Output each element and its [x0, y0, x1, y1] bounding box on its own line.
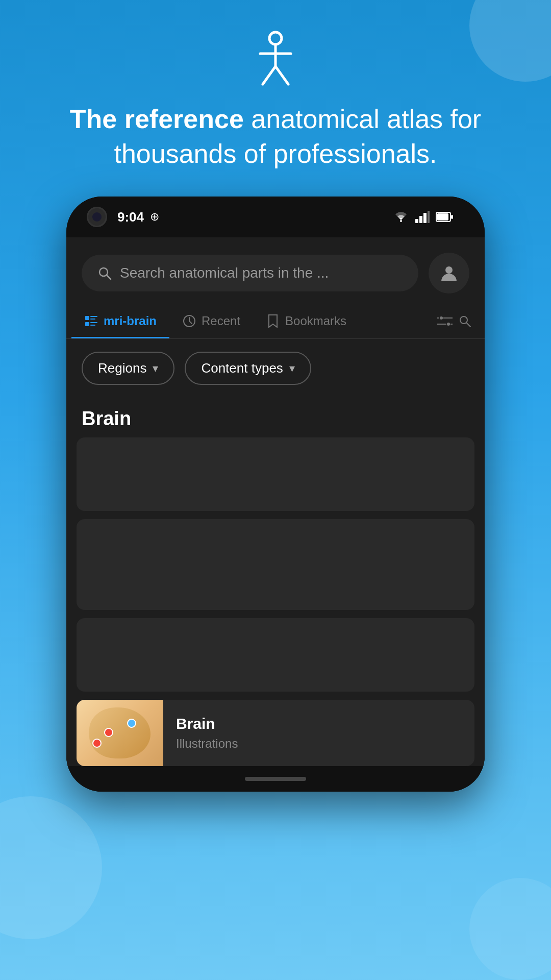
svg-point-0	[269, 32, 282, 44]
content-types-chevron-icon: ▾	[289, 362, 295, 375]
brain-illustration-info: Brain Illustrations	[163, 705, 474, 761]
search-bar[interactable]: Search anatomical parts in the ...	[82, 255, 418, 291]
wifi-icon	[393, 211, 409, 223]
svg-line-33	[466, 323, 470, 327]
svg-rect-18	[90, 318, 95, 320]
svg-point-5	[400, 220, 402, 222]
svg-point-15	[445, 266, 453, 274]
svg-rect-20	[90, 322, 97, 323]
svg-rect-6	[415, 219, 418, 223]
list-item[interactable]: MRI brain MRI	[77, 437, 474, 511]
regions-chevron-icon: ▾	[153, 362, 158, 375]
content-types-filter-button[interactable]: Content types ▾	[185, 352, 311, 385]
content-types-label: Content types	[201, 360, 283, 376]
search-section: Search anatomical parts in the ...	[66, 237, 485, 304]
svg-rect-11	[437, 213, 448, 220]
regions-label: Regions	[98, 360, 146, 376]
tab-bookmarks-label: Bookmarks	[285, 314, 346, 328]
phone-camera	[87, 207, 107, 227]
tab-modules-label: mri-brain	[104, 314, 157, 328]
profile-icon	[439, 263, 459, 283]
bookmarks-icon	[266, 314, 280, 328]
svg-rect-8	[423, 213, 427, 223]
svg-rect-12	[451, 215, 453, 219]
brain-illustration-thumbnail	[77, 700, 163, 766]
filter-icon	[437, 314, 453, 328]
phone-bottom-bar	[66, 766, 485, 792]
tab-recent-label: Recent	[202, 314, 240, 328]
brain-illustration-title: Brain	[176, 715, 462, 732]
svg-line-4	[276, 66, 288, 84]
phone-screen: Search anatomical parts in the ...	[66, 237, 485, 792]
human-figure-icon	[253, 31, 298, 87]
filter-section: Regions ▾ Content types ▾	[66, 339, 485, 398]
search-small-icon	[458, 314, 472, 328]
bg-decoration-bottom-left	[0, 796, 102, 939]
home-indicator[interactable]	[245, 777, 306, 781]
navigation-tabs: mri-brain Recent Bookmarks	[66, 304, 485, 339]
tab-recent[interactable]: Recent	[169, 304, 253, 338]
svg-rect-19	[85, 322, 89, 326]
battery-icon	[436, 211, 454, 223]
content-list: Brain MRI brain MRI	[66, 398, 485, 766]
status-time: 9:04	[117, 209, 144, 225]
svg-point-27	[447, 323, 450, 326]
status-right-icons	[393, 211, 454, 223]
search-input[interactable]: Search anatomical parts in the ...	[120, 265, 329, 281]
tab-more[interactable]	[430, 304, 480, 338]
tab-modules[interactable]: mri-brain	[71, 304, 169, 338]
regions-filter-button[interactable]: Regions ▾	[82, 352, 174, 385]
svg-line-3	[263, 66, 276, 84]
svg-line-24	[189, 321, 192, 324]
svg-marker-25	[269, 315, 277, 327]
header-section: The reference anatomical atlas for thous…	[0, 0, 551, 197]
svg-rect-9	[428, 211, 430, 223]
bg-decoration-bottom-right	[469, 878, 551, 980]
status-bar-content: 9:04 ⊕	[107, 209, 464, 225]
hero-text: The reference anatomical atlas for thous…	[0, 102, 551, 171]
phone-frame: 9:04 ⊕	[66, 197, 485, 792]
pin-11	[127, 719, 136, 728]
svg-rect-17	[90, 316, 97, 317]
pin-9	[92, 739, 102, 748]
status-bar: 9:04 ⊕	[66, 197, 485, 237]
signal-icon	[415, 211, 430, 223]
svg-rect-21	[90, 325, 95, 326]
svg-rect-16	[85, 316, 89, 320]
list-item[interactable]: MRI axial brain MRI	[77, 519, 474, 610]
search-icon	[97, 265, 112, 281]
svg-point-26	[440, 316, 443, 320]
recent-icon	[182, 314, 196, 328]
profile-button[interactable]	[429, 253, 469, 293]
hero-bold: The reference	[70, 104, 244, 134]
phone-mockup: 9:04 ⊕	[66, 197, 485, 792]
tab-bookmarks[interactable]: Bookmarks	[253, 304, 359, 338]
modules-icon	[84, 314, 98, 328]
brain-section-title: Brain	[77, 398, 474, 437]
status-extra-icon: ⊕	[150, 210, 159, 224]
brain-illustration-subtitle: Illustrations	[176, 737, 462, 751]
svg-rect-7	[419, 216, 422, 223]
brain-shape	[89, 707, 151, 758]
camera-lens	[92, 212, 102, 222]
list-item[interactable]: Brain Illustrations	[77, 700, 474, 766]
svg-line-14	[107, 275, 111, 279]
list-item[interactable]: CT brain CT	[77, 618, 474, 692]
